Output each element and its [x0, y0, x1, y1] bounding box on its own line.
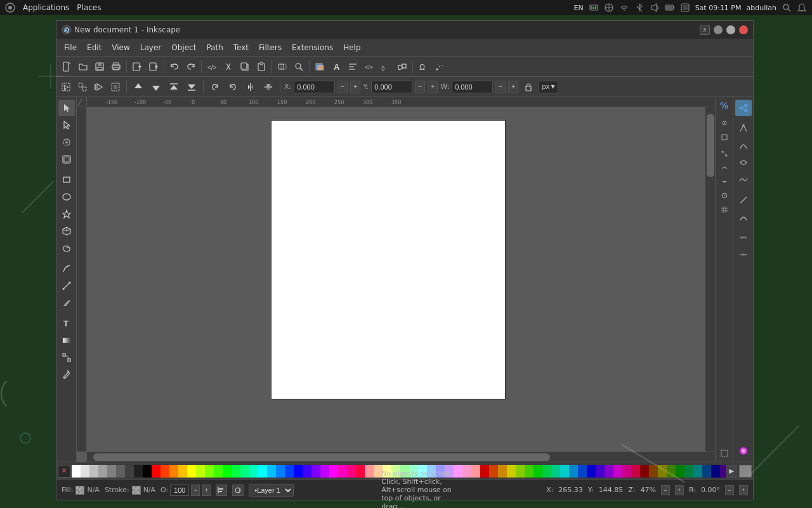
palette-color-30[interactable] [338, 465, 347, 478]
w-plus-btn[interactable]: + [508, 81, 518, 93]
lower-btn[interactable] [148, 79, 164, 95]
palette-color-1[interactable] [81, 465, 89, 478]
y-minus-btn[interactable]: − [415, 81, 425, 93]
palette-color-17[interactable] [223, 465, 232, 478]
calligraphy-tool[interactable] [58, 295, 75, 311]
canvas-viewport[interactable] [87, 107, 715, 451]
zoom-out-btn[interactable]: − [661, 485, 670, 495]
units-dropdown[interactable]: px ▼ [539, 81, 558, 93]
palette-color-33[interactable] [365, 465, 374, 478]
palette-color-15[interactable] [205, 465, 214, 478]
palette-color-54[interactable] [551, 465, 560, 478]
snap-nodes-btn[interactable] [717, 116, 731, 130]
dropper-tool[interactable] [58, 366, 75, 383]
select-same-btn[interactable] [75, 80, 89, 94]
raise-btn[interactable] [131, 79, 146, 95]
palette-color-13[interactable] [187, 465, 196, 478]
palette-color-20[interactable] [249, 465, 258, 478]
snap-to-nodes[interactable] [717, 147, 731, 161]
cusp-node-btn[interactable] [735, 120, 752, 137]
palette-color-59[interactable] [596, 465, 605, 478]
import-btn[interactable] [129, 59, 145, 74]
opacity-plus-btn[interactable]: + [202, 485, 211, 496]
xml-edit-btn[interactable]: </> [362, 59, 377, 74]
text-format-btn[interactable]: A [329, 59, 344, 74]
palette-color-50[interactable] [516, 465, 525, 478]
palette-color-72[interactable] [711, 465, 720, 478]
fill-stroke-btn[interactable] [312, 59, 327, 74]
palette-color-26[interactable] [303, 465, 311, 478]
curve-segment-btn[interactable] [735, 209, 752, 225]
window-minimize-btn[interactable] [714, 25, 723, 34]
align-left-status-btn[interactable] [216, 485, 227, 496]
menu-view[interactable]: View [107, 42, 134, 53]
print-btn[interactable] [108, 59, 124, 74]
snap-page[interactable] [717, 446, 731, 460]
rubber-band-btn[interactable] [108, 80, 122, 94]
star-tool[interactable] [58, 206, 75, 222]
palette-color-56[interactable] [569, 465, 578, 478]
snap-center[interactable] [717, 189, 731, 203]
menu-object[interactable]: Object [166, 42, 201, 53]
palette-color-10[interactable] [160, 465, 169, 478]
palette-color-22[interactable] [267, 465, 276, 478]
stroke-swatch[interactable] [132, 486, 141, 495]
palette-color-49[interactable] [507, 465, 516, 478]
deselect-btn[interactable] [92, 80, 106, 94]
export-btn[interactable] [146, 59, 161, 74]
window-collapse-btn[interactable]: ⊼ [700, 25, 710, 35]
h-scrollbar[interactable] [87, 451, 715, 462]
flip-h-btn[interactable] [243, 79, 258, 95]
palette-scroll-btn[interactable]: ▶ [726, 465, 737, 478]
canvas-area[interactable]: -150 -100 -50 0 50 100 150 200 250 300 3… [77, 97, 715, 462]
css-btn[interactable]: {} [378, 59, 393, 74]
selector-tool[interactable] [58, 100, 75, 116]
symbols-btn[interactable]: Ω [416, 59, 431, 74]
paste-in-place-btn[interactable] [275, 59, 290, 74]
palette-color-16[interactable] [214, 465, 223, 478]
menu-path[interactable]: Path [201, 42, 228, 53]
align-btn[interactable] [345, 59, 360, 74]
w-input[interactable] [452, 81, 493, 93]
flip-v-btn[interactable] [261, 79, 276, 95]
palette-color-47[interactable] [489, 465, 498, 478]
nodes-panel-btn[interactable] [735, 100, 752, 116]
palette-color-61[interactable] [613, 465, 622, 478]
palette-color-25[interactable] [294, 465, 303, 478]
redo-btn[interactable] [183, 59, 199, 74]
menu-file[interactable]: File [59, 42, 82, 53]
notification-icon[interactable] [797, 3, 807, 13]
palette-color-28[interactable] [320, 465, 329, 478]
palette-color-32[interactable] [356, 465, 365, 478]
rotation-plus-btn[interactable]: + [739, 485, 748, 495]
snap-smooth-nodes[interactable] [717, 161, 731, 175]
copy-btn[interactable] [237, 59, 252, 74]
snap-midpoints[interactable] [717, 175, 731, 189]
node-tool[interactable] [58, 117, 75, 133]
palette-color-58[interactable] [587, 465, 596, 478]
connector-tool[interactable] [58, 349, 75, 366]
ellipse-tool[interactable] [58, 189, 75, 205]
opacity-minus-btn[interactable]: − [191, 485, 200, 496]
fill-swatch[interactable] [75, 486, 84, 495]
palette-color-2[interactable] [89, 465, 98, 478]
palette-color-11[interactable] [169, 465, 178, 478]
palette-color-7[interactable] [134, 465, 143, 478]
raise-top-btn[interactable] [166, 79, 181, 95]
palette-color-31[interactable] [347, 465, 356, 478]
rotate-cw-btn[interactable] [207, 79, 223, 95]
menu-help[interactable]: Help [338, 42, 365, 53]
menu-extensions[interactable]: Extensions [287, 42, 338, 53]
symmetric-node-btn[interactable] [735, 154, 752, 171]
cut-btn[interactable] [221, 59, 236, 74]
palette-color-48[interactable] [498, 465, 507, 478]
palette-color-18[interactable] [232, 465, 240, 478]
h-scrollbar-thumb[interactable] [93, 453, 550, 461]
rect-tool[interactable] [58, 171, 75, 188]
x-minus-btn[interactable]: − [337, 81, 348, 93]
rotation-minus-btn[interactable]: − [725, 485, 734, 495]
window-close-btn[interactable] [739, 25, 748, 34]
palette-color-60[interactable] [605, 465, 613, 478]
y-input[interactable] [371, 81, 412, 93]
xml-editor-btn[interactable]: </> [204, 59, 219, 74]
